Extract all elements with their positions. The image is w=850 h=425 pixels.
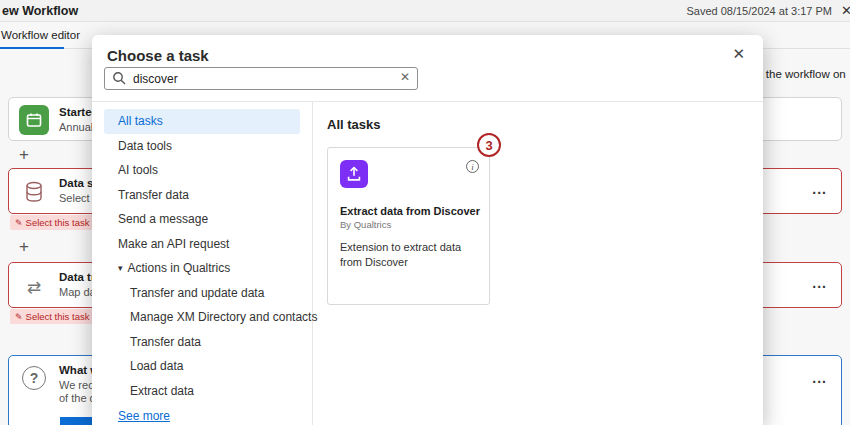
task-byline: By Qualtrics <box>340 219 477 230</box>
workflow-title: ew Workflow <box>2 4 78 18</box>
choose-task-modal: Choose a task ✕ ✕ All tasks Data tools A… <box>92 35 763 425</box>
topbar: ew Workflow Saved 08/15/2024 at 3:17 PM … <box>0 0 850 22</box>
task-error-chip: ✎ Select this task t <box>10 309 100 324</box>
modal-divider <box>92 101 763 102</box>
clear-search-icon[interactable]: ✕ <box>400 70 410 84</box>
saved-timestamp: Saved 08/15/2024 at 3:17 PM <box>686 5 832 17</box>
info-icon[interactable]: i <box>466 160 479 173</box>
sidebar-item-transfer-and-update-data[interactable]: Transfer and update data <box>104 281 300 306</box>
card-options-button[interactable]: ... <box>812 275 827 291</box>
sidebar-item-all-tasks[interactable]: All tasks <box>104 109 300 134</box>
sidebar-item-actions-in-qualtrics[interactable]: ▾ Actions in Qualtrics <box>104 256 300 281</box>
task-title: Extract data from Discover <box>340 205 477 217</box>
window-close-icon[interactable]: ✕ <box>841 3 850 18</box>
primary-button-partial[interactable] <box>60 417 94 425</box>
sidebar-item-extract-data[interactable]: Extract data <box>104 379 300 404</box>
task-error-chip: ✎ Select this task t <box>10 215 100 230</box>
sidebar-item-manage-xm-directory[interactable]: Manage XM Directory and contacts <box>104 305 300 330</box>
chevron-down-icon: ▾ <box>118 263 123 273</box>
error-chip-label: Select this task t <box>26 217 95 228</box>
extract-data-icon <box>340 160 368 188</box>
modal-close-icon[interactable]: ✕ <box>732 45 745 63</box>
search-icon <box>112 71 126 85</box>
schedule-trigger-icon <box>19 105 49 135</box>
card-options-button[interactable]: ... <box>812 181 827 197</box>
sidebar-divider <box>312 102 313 425</box>
sidebar-item-transfer-data[interactable]: Transfer data <box>104 183 300 208</box>
results-heading: All tasks <box>327 117 380 132</box>
edit-icon: ✎ <box>15 312 23 322</box>
edit-icon: ✎ <box>15 218 23 228</box>
see-more-link[interactable]: See more <box>118 409 170 423</box>
card-options-button[interactable]: ... <box>812 370 827 386</box>
screen: ew Workflow Saved 08/15/2024 at 3:17 PM … <box>0 0 850 425</box>
tab-workflow-editor[interactable]: Workflow editor <box>0 29 84 49</box>
sidebar-item-transfer-data-2[interactable]: Transfer data <box>104 330 300 355</box>
sidebar-item-make-api-request[interactable]: Make an API request <box>104 232 300 257</box>
modal-title: Choose a task <box>107 47 209 64</box>
task-description: Extension to extract data from Discover <box>340 240 477 271</box>
active-tab-underline <box>0 47 64 49</box>
error-chip-label: Select this task t <box>26 311 95 322</box>
sidebar-item-data-tools[interactable]: Data tools <box>104 134 300 159</box>
database-icon <box>19 177 49 207</box>
task-search: ✕ <box>104 67 418 90</box>
add-task-button[interactable]: + <box>15 237 33 257</box>
sidebar-item-load-data[interactable]: Load data <box>104 354 300 379</box>
sidebar-item-send-a-message[interactable]: Send a message <box>104 207 300 232</box>
sidebar-item-ai-tools[interactable]: AI tools <box>104 158 300 183</box>
question-mark-icon: ? <box>19 363 49 393</box>
task-card-extract-data-from-discover[interactable]: i Extract data from Discover By Qualtric… <box>327 147 490 305</box>
task-category-sidebar: All tasks Data tools AI tools Transfer d… <box>104 109 300 424</box>
swap-arrows-icon: ⇄ <box>19 272 49 302</box>
add-task-button[interactable]: + <box>15 145 33 165</box>
annotation-circle-3: 3 <box>477 133 501 157</box>
search-input[interactable] <box>104 67 418 90</box>
